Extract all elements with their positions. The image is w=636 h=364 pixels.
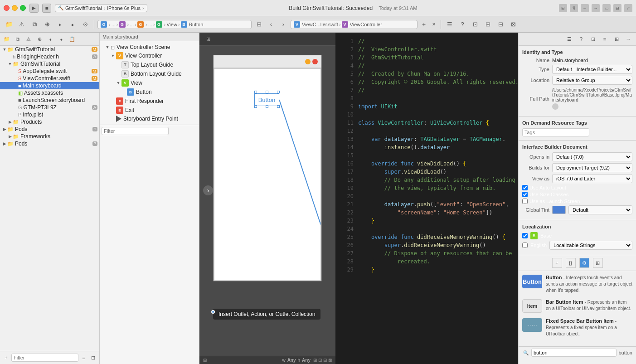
location-select[interactable]: Relative to Group [552,76,632,85]
grid-icon[interactable]: ⊞ [559,4,567,12]
canvas-tool-icon[interactable]: ⊞ [313,358,317,363]
loc-settings-icon[interactable]: ⚙ [579,258,589,268]
size-inspector-icon[interactable]: ⊞ [612,34,621,44]
close-tab-button[interactable]: ✕ [430,21,437,28]
global-tint-select[interactable]: Default [568,205,632,214]
sb-fr-item[interactable]: F First Responder [100,97,199,106]
file-tree-item[interactable]: ▶ 📁 Pods ? [0,140,99,147]
file-tree-item[interactable]: ▶ 📁 Products [0,118,99,126]
file-tree-item[interactable]: P Info.plist [0,111,99,118]
file-tree-item[interactable]: G GTM-PT3L9Z A [0,104,99,111]
component-search-input[interactable] [531,349,617,357]
nav-report-icon[interactable]: 📋 [67,34,77,44]
size-classes-checkbox[interactable] [522,192,528,197]
canvas-bottom-icon[interactable]: ⊞ [203,358,207,363]
canvas-mode-icon[interactable]: ⊞ [203,34,213,44]
nav-folder-icon[interactable]: 📁 [2,34,12,44]
nav-source-icon[interactable]: ⧉ [13,34,23,44]
storyboard-filter-input[interactable] [102,127,169,135]
inspector3-icon[interactable]: ⊞ [482,19,493,30]
help-icon[interactable]: ? [576,34,586,44]
file-tree-item[interactable]: ▼ 📁 GtmSwiftTutorial [0,60,99,68]
close-button[interactable] [4,5,10,11]
english-loc-checkbox[interactable] [522,243,528,248]
file-tree-item[interactable]: S AppDelegate.swift M [0,68,99,75]
scheme-selector[interactable]: 🔨 GtmSwiftTutorial › iPhone 6s Plus › [55,4,147,12]
button-widget[interactable]: Button [254,93,279,106]
iphone-body[interactable]: Button [214,68,321,281]
play-button[interactable]: ▶ [29,4,39,13]
button-component-icon[interactable]: Button [522,275,542,288]
canvas-tool-icon[interactable]: ⊠ [328,358,332,363]
file-tree-item-selected[interactable]: ■ Main.storyboard [0,82,99,89]
file-tree-item[interactable]: ▶ 📁 Pods ? [0,126,99,133]
attributes-inspector-icon[interactable]: ≡ [600,34,610,44]
folder-icon[interactable]: 📁 [4,19,15,30]
profile-icon[interactable]: ⊙ [80,19,91,30]
file-tree-item[interactable]: ▶ 📁 Frameworks [0,133,99,140]
filter-icon[interactable]: ≡ [79,353,88,363]
maximize-button[interactable] [20,5,26,11]
file-inspector-icon[interactable]: ☰ [564,34,574,44]
base-loc-checkbox[interactable] [522,233,528,238]
nav-warning-icon[interactable]: ⚠ [24,34,34,44]
inspector-icon[interactable]: ☰ [444,19,455,30]
inspector5-icon[interactable]: ⊠ [508,19,519,30]
localizable-strings-select[interactable]: Localizable Strings [549,241,632,250]
canvas-tool-icon[interactable]: ⊡ [318,358,322,363]
sb-layout-item[interactable]: T Top Layout Guide [100,60,199,69]
nav-breakpoint-icon[interactable]: ⬧ [45,34,55,44]
editor-forward-icon[interactable]: › [278,19,289,30]
right-breadcrumb[interactable]: V ViewC...ller.swift › V ViewController [291,20,418,29]
canvas-tool-icon[interactable]: ⊟ [323,358,327,363]
auto-layout-checkbox[interactable] [522,185,528,190]
stop-button[interactable]: ■ [42,4,51,13]
opens-in-select[interactable]: Default (7.0) [552,152,632,161]
nav-debug-icon[interactable]: ⬥ [56,34,66,44]
minimize-button[interactable] [12,5,18,11]
forward-icon[interactable]: → [592,4,600,12]
add-loc-icon[interactable]: + [552,258,562,268]
sb-ep-item[interactable]: Storyboard Entry Point [100,115,199,123]
sb-vc-item[interactable]: ▼ V View Controller [100,51,199,60]
maximize-icon[interactable]: ⤢ [624,4,632,12]
loc-grid-icon[interactable]: ⊞ [593,258,603,268]
tags-input[interactable] [522,128,589,136]
file-tree-item[interactable]: S ViewController.swift M [0,75,99,82]
source-icon[interactable]: ⧉ [29,19,40,30]
editor-back-icon[interactable]: ‹ [266,19,277,30]
add-file-icon[interactable]: + [2,353,10,363]
inspector2-icon[interactable]: ⊡ [470,19,481,30]
share-icon[interactable]: ⇅ [570,4,578,12]
git-icon[interactable]: ⊕ [42,19,53,30]
sb-scene-item[interactable]: ▼ ◻ View Controller Scene [100,43,199,51]
code-editor[interactable]: 1// 2// ViewController.swift 3// GtmSwif… [335,33,518,364]
single-pane-icon[interactable]: ▭ [602,4,611,12]
view-as-select[interactable]: iOS 7.0 and Later [552,174,632,183]
file-filter-input[interactable] [11,354,78,362]
hierarchy-icon[interactable]: ⊡ [89,353,97,363]
inspector4-icon[interactable]: ⊟ [495,19,506,30]
warning-icon[interactable]: ⚠ [16,19,27,30]
launch-screen-checkbox[interactable] [522,199,528,204]
debug-icon[interactable]: ⬥ [67,19,78,30]
canvas-area[interactable]: › Button [199,46,335,356]
builds-for-select[interactable]: Deployment Target (9.2) [552,163,632,172]
editor-grid-icon[interactable]: ⊞ [253,19,264,30]
file-tree-item[interactable]: h BridgingHeader.h A [0,53,99,60]
type-select[interactable]: Default - Interface Builder... [552,65,632,74]
connections-inspector-icon[interactable]: → [623,34,633,44]
breakpoint-icon[interactable]: ⬧ [54,19,65,30]
sb-layout-item[interactable]: B Bottom Layout Guide [100,69,199,78]
loc-file-icon[interactable]: {} [566,258,576,268]
file-tree-item[interactable]: ■ LaunchScreen.storyboard [0,97,99,104]
baritem-component-icon[interactable]: Item [522,299,542,313]
canvas-nav-arrow[interactable]: › [203,185,213,195]
back-icon[interactable]: ← [581,4,589,12]
identity-inspector-icon[interactable]: ⊡ [588,34,598,44]
file-tree-item[interactable]: ◧ Assets.xcassets [0,89,99,97]
sb-view-item[interactable]: ▼ V View [100,78,199,87]
sb-exit-item[interactable]: E Exit [100,106,199,115]
help-icon[interactable]: ? [457,19,468,30]
reveal-icon[interactable] [552,103,558,110]
